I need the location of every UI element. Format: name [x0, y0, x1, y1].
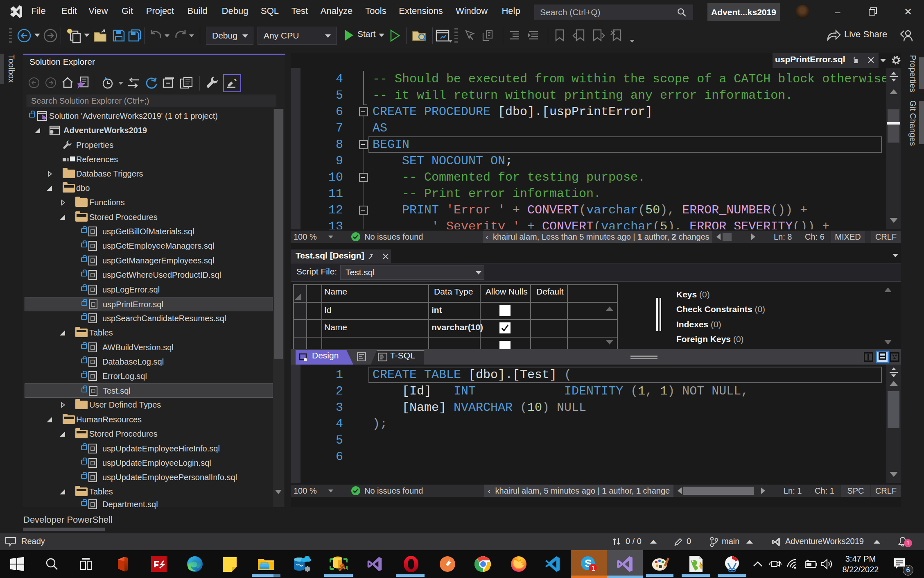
svg-text:1: 1 [592, 564, 595, 572]
